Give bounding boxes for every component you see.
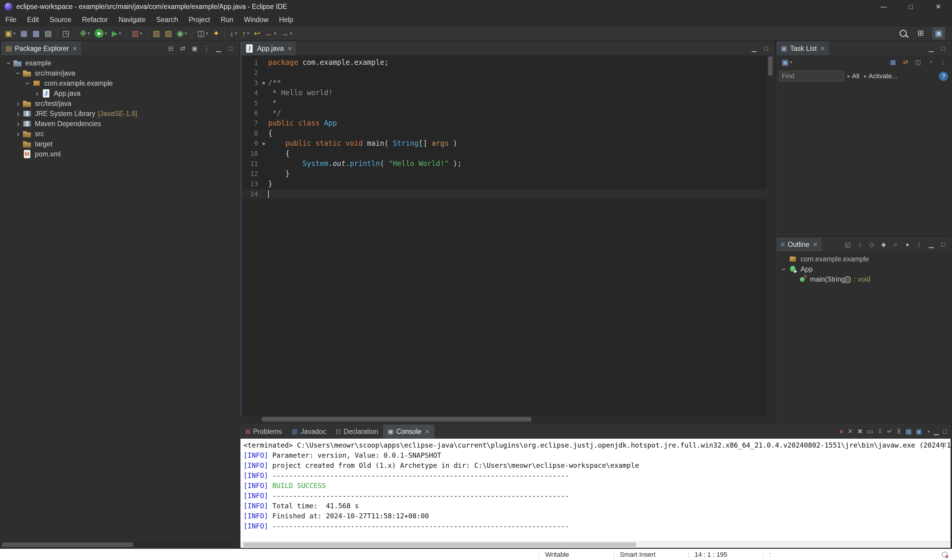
twistie-icon[interactable]: › bbox=[14, 100, 22, 107]
terminate-button[interactable]: ■ bbox=[839, 428, 843, 435]
scroll-lock-button[interactable]: ⇩ bbox=[877, 428, 882, 435]
previous-annotation-button[interactable]: ↑▾ bbox=[240, 27, 252, 39]
close-icon[interactable]: ✕ bbox=[820, 45, 825, 52]
view-menu-button[interactable]: ⋮ bbox=[938, 57, 948, 67]
twistie-icon[interactable]: › bbox=[780, 265, 788, 273]
package-explorer-hscrollbar[interactable] bbox=[2, 541, 238, 548]
build-all-button[interactable]: ◳ bbox=[60, 27, 72, 39]
open-console-button[interactable]: ▣ bbox=[916, 428, 922, 435]
run-button[interactable]: ▶▾ bbox=[92, 27, 110, 39]
menu-file[interactable]: File bbox=[0, 13, 22, 26]
forward-button[interactable]: →▾ bbox=[279, 27, 295, 39]
menu-window[interactable]: Window bbox=[239, 13, 274, 26]
twistie-icon[interactable]: › bbox=[14, 130, 22, 138]
code-line[interactable]: 14 bbox=[242, 189, 767, 199]
filter-completed-button[interactable]: ◫ bbox=[913, 57, 923, 67]
help-button[interactable]: ? bbox=[939, 72, 948, 81]
code-line[interactable]: 1package com.example.example; bbox=[242, 57, 767, 68]
close-icon[interactable]: ✕ bbox=[287, 45, 292, 52]
maximize-button[interactable]: □ bbox=[225, 43, 235, 54]
minimize-button[interactable]: ▁ bbox=[749, 43, 759, 54]
editor-code[interactable]: 1package com.example.example;23●/**4 * H… bbox=[240, 56, 767, 416]
display-selected-console-button[interactable]: ▦ bbox=[906, 428, 912, 435]
close-window-button[interactable]: ✕ bbox=[925, 0, 952, 13]
maximize-button[interactable]: □ bbox=[938, 43, 948, 54]
twistie-icon[interactable]: › bbox=[33, 90, 41, 97]
hide-fields-button[interactable]: ◇ bbox=[867, 239, 877, 250]
task-scope-all[interactable]: ▸All bbox=[848, 72, 859, 80]
twistie-icon[interactable]: › bbox=[14, 110, 22, 117]
twistie-icon[interactable]: › bbox=[15, 69, 22, 77]
code-line[interactable]: 8{ bbox=[242, 128, 767, 138]
last-edit-location-button[interactable]: ↩ bbox=[252, 27, 263, 39]
code-line[interactable]: 4 * Hello world! bbox=[242, 88, 767, 98]
word-wrap-button[interactable]: ↵ bbox=[887, 428, 892, 435]
code-line[interactable]: 12 } bbox=[242, 169, 767, 179]
minimize-window-button[interactable]: — bbox=[870, 0, 897, 13]
code-line[interactable]: 5 * bbox=[242, 98, 767, 108]
tree-item-src[interactable]: ›src bbox=[2, 129, 238, 139]
minimize-button[interactable]: ▁ bbox=[926, 239, 936, 250]
back-button[interactable]: ←▾ bbox=[263, 27, 279, 39]
tree-item-target[interactable]: target bbox=[2, 139, 238, 149]
menu-navigate[interactable]: Navigate bbox=[113, 13, 151, 26]
print-button[interactable]: ▤ bbox=[42, 27, 54, 39]
menu-refactor[interactable]: Refactor bbox=[77, 13, 113, 26]
new-task-button[interactable]: ▣▾ bbox=[779, 56, 794, 68]
close-icon[interactable]: ✕ bbox=[72, 45, 77, 52]
close-icon[interactable]: ✕ bbox=[813, 241, 818, 248]
twistie-icon[interactable]: › bbox=[14, 120, 22, 128]
scrollbar-thumb[interactable] bbox=[243, 543, 636, 547]
tree-item-src-main-java[interactable]: ›src/main/java bbox=[2, 68, 238, 78]
sort-button[interactable]: ↕ bbox=[855, 239, 865, 250]
editor-tab-appjava[interactable]: App.java ✕ bbox=[240, 42, 297, 55]
hide-static-members-button[interactable]: ◆ bbox=[878, 239, 889, 250]
task-find-input[interactable] bbox=[779, 71, 844, 82]
scrollbar-thumb[interactable] bbox=[262, 417, 531, 421]
fold-marker-icon[interactable]: ● bbox=[259, 80, 268, 85]
menu-source[interactable]: Source bbox=[44, 13, 77, 26]
focus-button[interactable]: ▣ bbox=[190, 43, 200, 54]
new-package-button[interactable]: ▨ bbox=[162, 27, 175, 39]
menu-edit[interactable]: Edit bbox=[22, 13, 44, 26]
tree-item-app-java[interactable]: ›App.java bbox=[2, 88, 238, 99]
tree-item-example[interactable]: ›example bbox=[2, 58, 238, 68]
focus-on-workweek-button[interactable]: ◔ bbox=[926, 57, 936, 67]
code-line[interactable]: 11 System.out.println( "Hello World!" ); bbox=[242, 159, 767, 169]
tab-console[interactable]: ▣Console✕ bbox=[383, 425, 434, 438]
next-annotation-button[interactable]: ↓▾ bbox=[227, 27, 240, 39]
code-line[interactable]: 9● public static void main( String[] arg… bbox=[242, 138, 767, 148]
twistie-icon[interactable]: › bbox=[5, 59, 12, 67]
remove-launch-button[interactable]: ✕ bbox=[848, 428, 853, 435]
task-scope-activate[interactable]: ▸Activate... bbox=[864, 72, 898, 80]
open-perspective-button[interactable]: ⊞ bbox=[915, 27, 927, 39]
tree-item-maven-dependencies[interactable]: ›Maven Dependencies bbox=[2, 119, 238, 129]
tree-item-com-example-example[interactable]: com.example.example bbox=[777, 254, 950, 264]
menu-project[interactable]: Project bbox=[183, 13, 215, 26]
coverage-button[interactable]: ▥▾ bbox=[129, 27, 145, 39]
tree-item-com-example-example[interactable]: ›com.example.example bbox=[2, 78, 238, 88]
maximize-button[interactable]: □ bbox=[761, 43, 771, 54]
quick-search-button[interactable] bbox=[897, 27, 909, 39]
tree-item-pom-xml[interactable]: pom.xml bbox=[2, 149, 238, 159]
minimize-button[interactable]: ▁ bbox=[926, 43, 936, 54]
maximize-window-button[interactable]: □ bbox=[897, 0, 925, 13]
code-line[interactable]: 3●/** bbox=[242, 78, 767, 88]
java-perspective-button[interactable]: ▣ bbox=[932, 27, 945, 39]
new-wizard-button[interactable]: ▣▾ bbox=[2, 27, 18, 39]
tab-problems[interactable]: ⊠Problems bbox=[240, 425, 287, 438]
tree-item-main-string[interactable]: main(String[]) : void bbox=[777, 274, 950, 284]
package-explorer-tab[interactable]: ▤ Package Explorer ✕ bbox=[2, 42, 82, 55]
maximize-button[interactable]: □ bbox=[938, 239, 948, 250]
synchronize-button[interactable]: ⇄ bbox=[901, 57, 911, 67]
fold-marker-icon[interactable]: ● bbox=[259, 141, 268, 146]
code-line[interactable]: 10 { bbox=[242, 148, 767, 159]
remove-all-launches-button[interactable]: ✖ bbox=[857, 428, 862, 435]
editor-vscrollbar[interactable] bbox=[767, 56, 773, 416]
notifications-icon[interactable] bbox=[942, 552, 948, 558]
view-menu-button[interactable]: ⋮ bbox=[914, 239, 924, 250]
link-with-editor-button[interactable]: ⇄ bbox=[178, 43, 188, 54]
scrollbar-thumb[interactable] bbox=[768, 57, 773, 76]
scrollbar-thumb[interactable] bbox=[2, 543, 133, 547]
menu-help[interactable]: Help bbox=[274, 13, 298, 26]
